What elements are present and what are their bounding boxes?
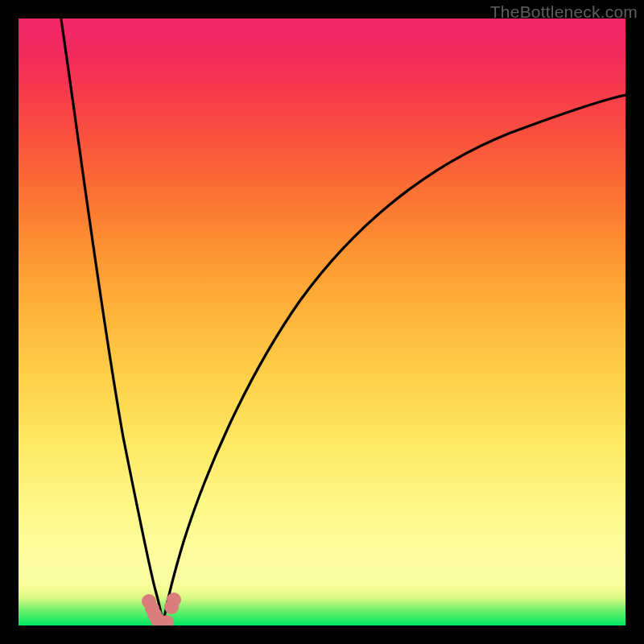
plot-area <box>19 19 625 625</box>
svg-point-5 <box>155 617 169 625</box>
attribution-text: TheBottleneck.com <box>490 2 638 22</box>
svg-point-0 <box>142 594 156 609</box>
curve-left-branch <box>61 19 163 625</box>
svg-point-3 <box>150 612 164 625</box>
marker-cluster <box>142 592 181 625</box>
svg-point-4 <box>152 615 167 625</box>
chart-frame: TheBottleneck.com <box>0 0 644 644</box>
svg-point-9 <box>167 592 181 607</box>
svg-point-8 <box>164 600 179 614</box>
svg-point-2 <box>147 607 162 621</box>
svg-point-7 <box>159 615 174 625</box>
curve-right-branch <box>163 95 625 625</box>
svg-point-1 <box>145 601 159 616</box>
curve-layer <box>19 19 625 625</box>
svg-point-6 <box>157 617 171 625</box>
